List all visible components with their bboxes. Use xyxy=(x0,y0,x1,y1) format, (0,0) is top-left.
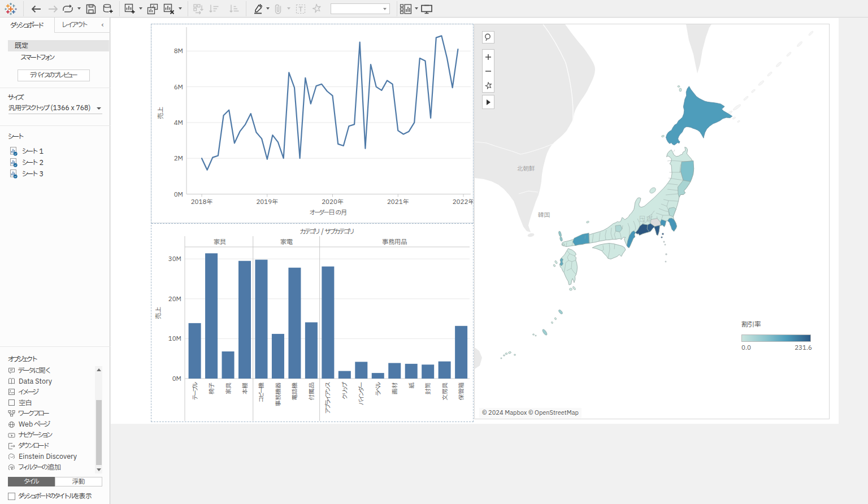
new-data-source-button[interactable] xyxy=(102,2,114,16)
fix-axes-button[interactable] xyxy=(311,2,322,16)
svg-text:2022年: 2022年 xyxy=(453,197,473,207)
image-icon xyxy=(8,388,15,396)
svg-text:文房具: 文房具 xyxy=(441,383,450,401)
objects-scrollbar[interactable] xyxy=(95,366,102,473)
toolbar-separator xyxy=(119,1,120,16)
highlight-button[interactable] xyxy=(252,2,264,16)
svg-text:0M: 0M xyxy=(174,190,183,199)
undo-icon xyxy=(31,5,42,14)
swap-rows-columns-button[interactable] xyxy=(192,2,205,16)
expand-right-icon xyxy=(485,99,491,106)
show-title-checkbox[interactable] xyxy=(8,493,15,500)
toolbar-separator xyxy=(23,1,24,16)
scroll-thumb[interactable] xyxy=(96,400,102,465)
dashboard-version-default[interactable]: 既定 xyxy=(0,40,110,51)
sheet-list-item[interactable]: シート 2 xyxy=(0,157,110,168)
object-label: Web ページ xyxy=(19,419,50,429)
map-search-button[interactable] xyxy=(482,31,494,44)
new-data-source-icon xyxy=(102,3,114,15)
object-label: 空白 xyxy=(19,398,32,408)
object-item[interactable]: Einstein Discovery xyxy=(0,451,95,462)
object-item[interactable]: 空白 xyxy=(0,397,95,408)
color-legend[interactable]: 割引率 0.0 231.6 xyxy=(741,320,815,353)
object-item[interactable]: Web ページ xyxy=(0,419,95,430)
svg-text:クリップ: クリップ xyxy=(341,382,350,399)
svg-text:封筒: 封筒 xyxy=(424,383,433,394)
object-label: フィルターの追加 xyxy=(19,462,61,472)
svg-text:韓国: 韓国 xyxy=(538,211,550,220)
zoom-in-button[interactable] xyxy=(483,50,494,64)
legend-title: 割引率 xyxy=(741,320,815,329)
sheet-list-item[interactable]: シート 1 xyxy=(0,146,110,157)
object-item[interactable]: フィルターの追加 xyxy=(0,462,95,473)
map-attribution: © 2024 Mapbox © OpenStreetMap xyxy=(479,408,581,418)
replay-menu-caret[interactable] xyxy=(77,7,81,10)
highlight-menu-caret[interactable] xyxy=(266,7,270,10)
group-menu-caret[interactable] xyxy=(287,7,290,10)
save-button[interactable] xyxy=(85,2,97,16)
undo-button[interactable] xyxy=(30,2,42,16)
show-dashboard-title-row[interactable]: ダッシュボードのタイトルを表示 xyxy=(8,492,92,500)
show-me-caret[interactable] xyxy=(415,7,418,10)
size-select[interactable]: 汎用デスクトップ (1366 x 768) xyxy=(8,103,102,114)
download-icon xyxy=(8,442,15,450)
svg-text:30M: 30M xyxy=(168,254,181,264)
zoom-out-button[interactable] xyxy=(483,64,494,79)
dashboard-pane: ダッシュボード レイアウト ‹ 既定 スマートフォン デバイスのプレビュー サイ… xyxy=(0,18,110,504)
fit-select[interactable] xyxy=(331,3,390,14)
object-label: イメージ xyxy=(19,387,38,397)
scroll-up-icon[interactable] xyxy=(97,368,101,371)
objects-section-title: オブジェクト xyxy=(8,354,37,364)
dashboard-version-phone[interactable]: スマートフォン xyxy=(0,52,110,63)
pin-icon xyxy=(484,81,492,90)
object-item[interactable]: ナビゲーション xyxy=(0,430,95,441)
show-me-icon xyxy=(400,3,412,15)
svg-text:0M: 0M xyxy=(172,374,181,384)
dashboard-zone-sheet3-map[interactable]: 日本北朝鮮韓国 割引率 0.0 231.6 © 2024 Mapbox © Op… xyxy=(474,24,830,419)
device-preview-button[interactable]: デバイスのプレビュー xyxy=(18,69,90,81)
svg-text:事務機器: 事務機器 xyxy=(274,383,283,406)
map-controls-expand-button[interactable] xyxy=(482,95,494,109)
show-me-button[interactable] xyxy=(399,2,413,16)
navigation-icon xyxy=(8,432,15,439)
sheet-name: シート 2 xyxy=(23,158,44,168)
svg-text:2021年: 2021年 xyxy=(387,197,409,207)
sheet-list-item[interactable]: シート 3 xyxy=(0,168,110,180)
new-sheet-menu-caret[interactable] xyxy=(139,7,142,10)
blank-icon xyxy=(8,399,15,406)
show-mark-labels-button[interactable] xyxy=(295,2,306,16)
object-item[interactable]: ワークフロー xyxy=(0,408,95,419)
dashboard-zone-sheet1-line-chart[interactable]: 0M2M4M6M8M2018年2019年2020年2021年2022年売上オーダ… xyxy=(151,24,474,223)
sort-descending-button[interactable] xyxy=(228,2,241,16)
new-worksheet-button[interactable] xyxy=(123,2,137,16)
presentation-mode-button[interactable] xyxy=(420,2,433,16)
object-item[interactable]: データに聞く xyxy=(0,365,95,376)
dashboard-zone-sheet2-bar-chart[interactable]: カテゴリ / サブカテゴリ0M10M20M30M家具テーブル椅子家具本棚家電コピ… xyxy=(151,224,474,422)
clear-sheet-button[interactable] xyxy=(162,2,176,16)
sort-ascending-button[interactable] xyxy=(207,2,221,16)
svg-text:20M: 20M xyxy=(168,294,181,304)
scroll-down-icon[interactable] xyxy=(97,468,101,471)
svg-text:オーダー日 の月: オーダー日 の月 xyxy=(310,208,347,218)
svg-text:2019年: 2019年 xyxy=(256,197,278,207)
clear-menu-caret[interactable] xyxy=(179,7,182,10)
toolbar-separator xyxy=(246,1,246,16)
highlight-icon xyxy=(253,3,263,14)
new-worksheet-icon xyxy=(124,3,136,15)
svg-text:ラベル: ラベル xyxy=(374,382,383,396)
object-item[interactable]: ダウンロード xyxy=(0,441,95,451)
redo-button[interactable] xyxy=(47,2,59,16)
group-members-button[interactable] xyxy=(272,2,284,16)
object-item[interactable]: Data Story xyxy=(0,376,95,386)
collapse-pane-icon[interactable]: ‹ xyxy=(95,18,110,33)
replay-animation-button[interactable] xyxy=(61,2,75,16)
tab-dashboard[interactable]: ダッシュボード xyxy=(0,18,54,33)
duplicate-sheet-button[interactable] xyxy=(146,2,159,16)
map-pin-button[interactable] xyxy=(483,79,494,93)
svg-text:8M: 8M xyxy=(174,46,183,56)
tiled-button[interactable]: タイル xyxy=(8,477,55,486)
tab-layout[interactable]: レイアウト xyxy=(54,18,95,33)
object-item[interactable]: イメージ xyxy=(0,386,95,397)
floating-button[interactable]: 浮動 xyxy=(55,477,102,486)
svg-text:事務用品: 事務用品 xyxy=(382,237,407,247)
